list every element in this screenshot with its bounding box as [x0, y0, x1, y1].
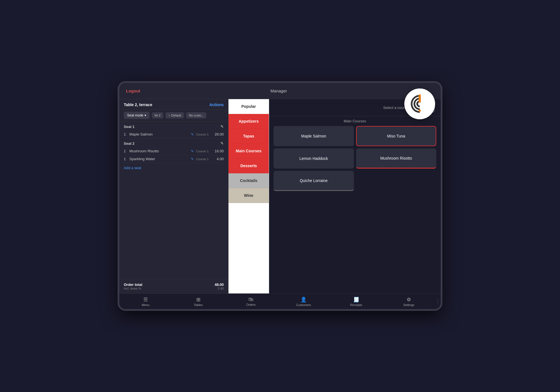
tax-row: Incl. taxes % 2.40 [124, 287, 224, 290]
item-qty: 1 [124, 149, 128, 153]
seat-2-edit-icon[interactable]: ✎ [220, 141, 224, 146]
no-custom-label: No custo... [189, 114, 204, 117]
wifi-exclamation [419, 94, 421, 103]
table-controls: Seat mode ▾ 🍽 2 ○ Default No custo... [119, 109, 228, 122]
tax-amount: 2.40 [218, 287, 224, 290]
device-frame: Logout Manager Table 2, terrace Actions … [118, 81, 442, 311]
logout-button[interactable]: Logout [126, 88, 140, 93]
nav-customers[interactable]: 👤 Customers [277, 297, 330, 307]
item-edit-icon[interactable]: ✎ [191, 157, 194, 161]
table-header: Table 2, terrace Actions [119, 99, 228, 109]
nav-orders[interactable]: 🛍 Orders [225, 297, 277, 306]
table-row[interactable]: 1 Sparkling Water ✎ Course 1 4.00 [124, 155, 224, 163]
item-price: 16.00 [212, 149, 224, 153]
category-desserts[interactable]: Desserts [228, 158, 269, 173]
order-list: Seat 1 ✎ 1 Maple Salmon ✎ Course 1 28.00… [119, 122, 228, 279]
left-panel: Table 2, terrace Actions Seat mode ▾ 🍽 2… [119, 99, 228, 293]
dropdown-icon: ▾ [144, 113, 146, 117]
table-row[interactable]: 1 Maple Salmon ✎ Course 1 28.00 [124, 130, 224, 138]
actions-button[interactable]: Actions [209, 102, 224, 107]
item-course: Course 1 [196, 133, 209, 136]
covers-count: 2 [159, 114, 160, 117]
menu-item-maple-salmon[interactable]: Maple Salmon [274, 126, 354, 146]
seat-2-header: Seat 2 ✎ [124, 138, 224, 147]
wifi-icon [411, 95, 429, 113]
orders-icon: 🛍 [248, 297, 253, 302]
wifi-dot [419, 109, 421, 112]
covers-icon: 🍽 [155, 114, 158, 117]
seat-mode-button[interactable]: Seat mode ▾ [124, 112, 150, 119]
nav-menu[interactable]: ☰ Menu [119, 297, 172, 307]
item-price: 4.00 [212, 157, 224, 161]
total-amount: 48.00 [214, 283, 224, 287]
menu-item-lemon-haddock[interactable]: Lemon Haddock [274, 148, 354, 169]
tables-icon: ⊞ [196, 297, 200, 303]
seat-mode-label: Seat mode [127, 113, 143, 117]
order-total: Order total 48.00 Incl. taxes % 2.40 [119, 279, 228, 293]
nav-tables-label: Tables [194, 303, 203, 307]
nav-menu-label: Menu [142, 303, 150, 307]
seat-1-edit-icon[interactable]: ✎ [220, 124, 224, 129]
category-appetizers[interactable]: Appetizers [228, 114, 269, 129]
item-qty: 1 [124, 157, 128, 161]
menu-item-miso-tuna[interactable]: Miso Tuna [356, 126, 437, 146]
main-content: Table 2, terrace Actions Seat mode ▾ 🍽 2… [119, 99, 441, 293]
category-main-courses[interactable]: Main Courses [228, 144, 269, 158]
menu-item-quiche-lorraine[interactable]: Quiche Lorraine [274, 171, 354, 191]
item-qty: 1 [124, 132, 128, 136]
nav-customers-label: Customers [296, 303, 311, 307]
add-seat-button[interactable]: Add a seat [124, 163, 141, 173]
seat-1-label: Seat 1 [124, 125, 134, 129]
table-row[interactable]: 1 Mushroom Risotto ✎ Course 1 16.00 [124, 147, 224, 155]
header: Logout Manager [119, 83, 441, 99]
nav-tables[interactable]: ⊞ Tables [172, 297, 225, 307]
nav-orders-label: Orders [246, 303, 256, 306]
receipts-icon: 🧾 [353, 297, 359, 303]
category-cocktails[interactable]: Cocktails [228, 173, 269, 188]
customers-icon: 👤 [300, 297, 307, 303]
item-price: 28.00 [212, 132, 224, 136]
item-course: Course 1 [196, 157, 209, 161]
item-name: Mushroom Risotto [128, 149, 191, 153]
nav-receipts[interactable]: 🧾 Receipts [330, 297, 382, 307]
covers-badge: 🍽 2 [152, 112, 163, 118]
more-dots[interactable]: ⋮ [435, 298, 441, 305]
table-title: Table 2, terrace [124, 102, 152, 107]
category-panel: Popular Appetizers Tapas Main Courses De… [228, 99, 269, 293]
category-wine[interactable]: Wine [228, 188, 269, 203]
nav-settings-label: Settings [403, 303, 414, 307]
item-course: Course 1 [196, 150, 209, 153]
default-badge: ○ Default [165, 112, 184, 118]
nav-settings[interactable]: ⚙ Settings [382, 297, 435, 307]
item-name: Maple Salmon [128, 132, 191, 136]
category-tapas[interactable]: Tapas [228, 129, 269, 144]
menu-item-mushroom-risotto[interactable]: Mushroom Risotto [356, 148, 437, 169]
no-custom-badge: No custo... [186, 112, 207, 118]
category-popular[interactable]: Popular [228, 99, 269, 114]
default-label: Default [171, 114, 181, 117]
seat-2-label: Seat 2 [124, 141, 134, 146]
item-name: Sparkling Water [128, 157, 191, 161]
link-icon: ○ [168, 114, 170, 117]
total-row: Order total 48.00 [124, 283, 224, 287]
header-title: Manager [270, 88, 287, 93]
seat-1-header: Seat 1 ✎ [124, 122, 224, 130]
wifi-badge [404, 88, 435, 119]
menu-icon: ☰ [143, 297, 148, 303]
menu-panel: Select a course 1 2 Main Courses Maple S… [269, 99, 441, 293]
item-edit-icon[interactable]: ✎ [191, 132, 194, 136]
tax-label: Incl. taxes % [124, 287, 141, 290]
settings-icon: ⚙ [407, 297, 411, 303]
item-edit-icon[interactable]: ✎ [191, 149, 194, 153]
nav-receipts-label: Receipts [350, 303, 362, 307]
bottom-nav: ☰ Menu ⊞ Tables 🛍 Orders 👤 Customers 🧾 R… [119, 293, 441, 309]
menu-grid: Maple Salmon Miso Tuna Lemon Haddock Mus… [269, 126, 441, 195]
total-label: Order total [124, 283, 142, 287]
